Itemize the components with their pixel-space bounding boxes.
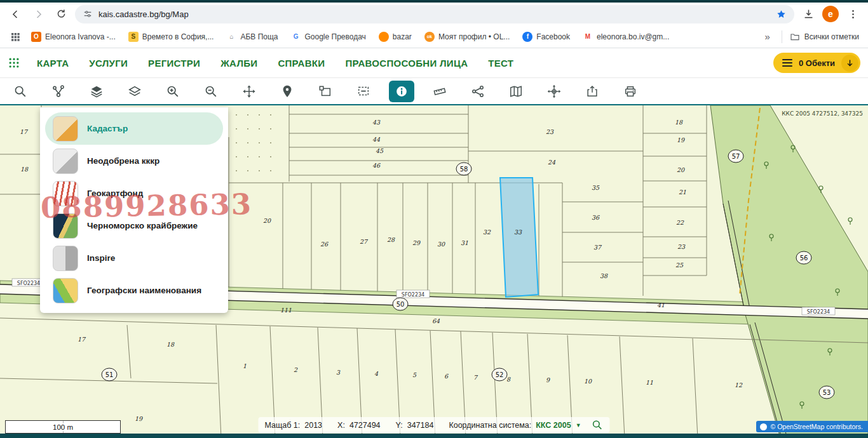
nav-items: КАРТАУСЛУГИРЕГИСТРИЖАЛБИСПРАВКИПРАВОСПОС… [27,58,524,69]
clear-selection-tool[interactable] [351,81,376,102]
bookmark-label: Времето в София,... [142,32,214,41]
parcel-label: 36 [592,214,600,221]
bookmark-item[interactable]: ⌂АБВ Поща [220,29,283,44]
back-button[interactable] [6,5,24,23]
map-scalebar: 100 m [5,420,121,434]
layer-thumbnail [53,181,78,206]
all-bookmarks-label: Всички отметки [804,32,859,41]
parcel-label: 31 [461,239,468,246]
nav-item-4[interactable]: СПРАВКИ [278,58,325,69]
layer-item-0[interactable]: Кадастър [45,112,223,145]
bookmark-item[interactable]: Meleonora.bo.iv@gm... [577,29,675,44]
info-tool[interactable] [389,81,414,102]
gmail-favicon: M [583,32,593,42]
zoom-out-tool[interactable] [198,81,224,102]
layer-item-1[interactable]: Неодобрена кккр [45,145,223,177]
layer-item-2[interactable]: Геокартфонд [45,177,223,209]
nav-item-3[interactable]: ЖАЛБИ [220,58,257,69]
layer-thumbnail [53,278,78,303]
bookmark-label: Google Преводач [305,32,366,41]
crs-label: Координатна система: [449,421,531,430]
circle-label: 57 [732,153,740,160]
nav-item-0[interactable]: КАРТА [37,58,69,69]
bookmark-item[interactable]: OEleonora Ivanova -... [25,29,121,44]
statusbar-search-icon[interactable] [592,419,604,431]
zoom-in-tool[interactable] [160,81,186,102]
address-bar[interactable]: kais.cadastre.bg/bg/Map [75,5,794,23]
bookmark-item[interactable]: okМоят профил • OL... [419,29,515,44]
selected-parcel[interactable] [500,178,538,297]
share-nodes-icon [471,84,485,98]
layer-item-4[interactable]: Inspire [45,242,223,274]
apps-grid-icon[interactable] [6,32,24,42]
select-area-tool[interactable] [313,81,338,102]
bookmark-item[interactable]: SВремето в София,... [123,29,220,44]
share-nodes-tool[interactable] [465,81,491,102]
layer-item-5[interactable]: Географски наименования [45,274,223,307]
layers-filled-tool[interactable] [84,81,109,102]
location-pin-tool[interactable] [275,81,300,102]
pan-tool[interactable] [236,81,262,102]
parcel-label: 35 [592,184,600,191]
crs-dropdown-icon: ▼ [576,422,581,428]
circle-label: 52 [496,371,504,378]
measure-tool[interactable] [427,81,452,102]
parcel-label: 8 [506,376,511,383]
parcel-label: 24 [548,159,556,166]
bookmark-star-icon[interactable] [776,9,787,20]
osm-attribution[interactable]: © OpenStreetMap contributors. [756,421,868,432]
parcel-label: 30 [437,241,445,248]
layer-item-3[interactable]: Черноморско крайбрежие [45,209,223,242]
crs-select[interactable]: ККС 2005 ▼ [536,421,581,430]
objects-dropdown-button[interactable] [841,55,858,72]
nav-item-1[interactable]: УСЛУГИ [89,58,128,69]
circle-label: 56 [800,255,808,262]
crosshair-tool[interactable] [541,81,567,102]
print-tool[interactable] [618,81,643,102]
objects-counter-button[interactable]: 0 Обекти [773,53,860,73]
y-label: Y: [396,421,403,430]
bookmark-item[interactable]: GGoogle Преводач [285,29,372,44]
parcel-label: 22 [676,219,684,226]
bottom-edge [0,434,868,438]
bookmarks-overflow-chevron[interactable]: » [761,31,774,42]
map-area[interactable]: 4344454623241819202122232520262728293031… [0,105,868,438]
hierarchy-tool[interactable] [46,81,71,102]
export-tool[interactable] [580,81,605,102]
site-info-icon[interactable] [83,9,93,19]
layer-label: Географски наименования [87,286,201,295]
x-value: 4727494 [349,421,381,430]
parcel-label: 6 [444,373,449,380]
reload-button[interactable] [52,5,70,23]
site-navbar: КАРТАУСЛУГИРЕГИСТРИЖАЛБИСПРАВКИПРАВОСПОС… [0,48,868,77]
profile-avatar[interactable]: e [822,6,839,22]
search-icon [13,84,27,98]
forward-button[interactable] [29,5,47,23]
map-sheet-tool[interactable] [503,81,529,102]
parcel-label: 4 [374,370,379,377]
browser-menu-button[interactable] [844,5,862,23]
parcel-label: 3 [336,369,341,376]
hierarchy-icon [51,84,65,98]
bookmark-label: Facebook [536,32,570,41]
bookmark-item[interactable]: bazar [373,29,417,44]
nav-item-6[interactable]: ТЕСТ [488,58,513,69]
parcel-label: 9 [546,376,550,383]
parcel-label: 18 [675,119,683,126]
abv-home-favicon: ⌂ [226,32,236,42]
menu-grid-icon[interactable] [8,56,20,69]
bookmark-item[interactable]: fFacebook [517,29,576,44]
nav-item-2[interactable]: РЕГИСТРИ [148,58,200,69]
downloads-button[interactable] [799,5,817,23]
url-text[interactable]: kais.cadastre.bg/bg/Map [98,10,770,19]
layers-outline-tool[interactable] [122,81,147,102]
search-tool[interactable] [8,81,33,102]
nav-item-5[interactable]: ПРАВОСПОСОБНИ ЛИЦА [345,58,468,69]
sinoptik-favicon: S [128,32,139,42]
parcel-label: 17 [78,336,86,343]
map-corner-coordinates: ККС 2005 4727512, 347325 [782,110,863,117]
layer-label: Геокартфонд [87,189,143,198]
road-label: SFO2234 [17,281,40,286]
all-bookmarks-button[interactable]: Всички отметки [790,32,862,42]
parcel-label: 17 [20,128,29,135]
